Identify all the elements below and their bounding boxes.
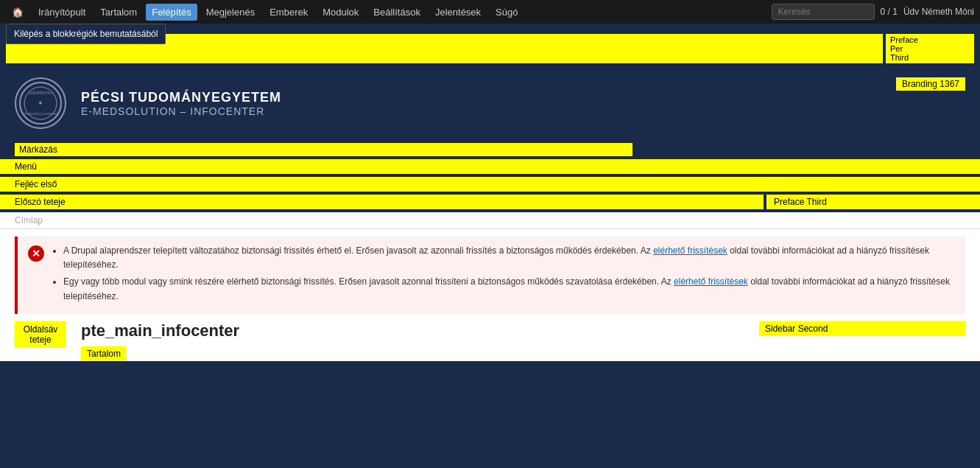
- search-input[interactable]: [772, 4, 875, 20]
- cimlap-bar: Címlap: [0, 212, 980, 229]
- svg-text:✦: ✦: [38, 99, 43, 107]
- main-title: pte_main_infocenter: [81, 321, 744, 340]
- search-area: 0 / 1 Üdv Németh Móni: [772, 4, 974, 20]
- university-name: PÉCSI TUDOMÁNYEGYETEM: [81, 90, 281, 105]
- error-text: A Drupal alaprendszer telepített változa…: [52, 244, 955, 307]
- nav-item-beallitasok[interactable]: Beállítások: [367, 4, 426, 21]
- preface-teteje: Előszó teteje: [0, 195, 764, 209]
- error-icon: ✕: [28, 245, 44, 262]
- tooltip-box[interactable]: Kilépés a blokkrégiók bemutatásából: [6, 24, 166, 44]
- marking-label: Márkázás: [15, 143, 632, 156]
- university-logo: UNIVERSITAS QUINQUEECCLESIENSIS ✦: [15, 77, 66, 129]
- content-area: Címlap ✕ A Drupal alaprendszer telepítet…: [0, 212, 980, 361]
- preface-third: Preface Third: [766, 195, 980, 209]
- university-text: PÉCSI TUDOMÁNYEGYETEM E-MEDSOLUTION – IN…: [81, 90, 281, 117]
- user-greeting: Üdv Németh Móni: [903, 7, 974, 17]
- error-message-1: A Drupal alaprendszer telepített változa…: [63, 244, 955, 272]
- nav-item-tartalom[interactable]: Tartalom: [94, 4, 143, 21]
- nav-item-modulok[interactable]: Modulok: [317, 4, 364, 21]
- content-yellow: Tartalom: [81, 346, 127, 361]
- sidebar-second: Sidebar Second: [759, 321, 965, 336]
- nav-item-emberek[interactable]: Emberek: [264, 4, 314, 21]
- branding-block: Branding 1367: [896, 77, 965, 91]
- error-message-2: Egy vagy több modul vagy smink részére e…: [63, 275, 955, 303]
- result-count: 0 / 1: [881, 7, 898, 17]
- error-box: ✕ A Drupal alaprendszer telepített válto…: [15, 237, 965, 314]
- nav-item-megjelenes[interactable]: Megjelenés: [200, 4, 261, 21]
- nav-item-iranytopult[interactable]: Irányítópult: [32, 4, 91, 21]
- nav-item-sugo[interactable]: Súgó: [490, 4, 524, 21]
- svg-text:UNIVERSITAS: UNIVERSITAS: [29, 91, 54, 95]
- svg-text:QUINQUEECCLESIENSIS: QUINQUEECCLESIENSIS: [23, 112, 58, 116]
- error-link-2[interactable]: elérhető frissítések: [674, 276, 748, 287]
- university-sub: E-MEDSOLUTION – INFOCENTER: [81, 105, 281, 117]
- header-region: Header Per Second Preface Per Third UNIV…: [0, 24, 980, 361]
- menu-bar: Menü: [0, 159, 980, 174]
- markings-row: Márkázás: [15, 143, 965, 156]
- error-link-1[interactable]: elérhető frissítések: [653, 245, 727, 256]
- sidebar-label: Oldalsáv teteje: [15, 321, 66, 348]
- preface-top-right-block: Preface Per Third: [886, 34, 974, 63]
- main-block: pte_main_infocenter Tartalom: [74, 321, 752, 361]
- home-icon[interactable]: 🏠: [6, 4, 29, 21]
- nav-item-jelentesek[interactable]: Jelentések: [429, 4, 487, 21]
- nav-item-felepites[interactable]: Felépítés: [146, 4, 197, 21]
- top-navbar: 🏠 Irányítópult Tartalom Felépítés Megjel…: [0, 0, 980, 24]
- fejlec-row: Fejléc első: [0, 177, 980, 192]
- university-header: UNIVERSITAS QUINQUEECCLESIENSIS ✦ PÉCSI …: [0, 66, 980, 140]
- preface-row: Előszó teteje Preface Third: [0, 195, 980, 209]
- main-content-row: Oldalsáv teteje pte_main_infocenter Tart…: [0, 321, 980, 361]
